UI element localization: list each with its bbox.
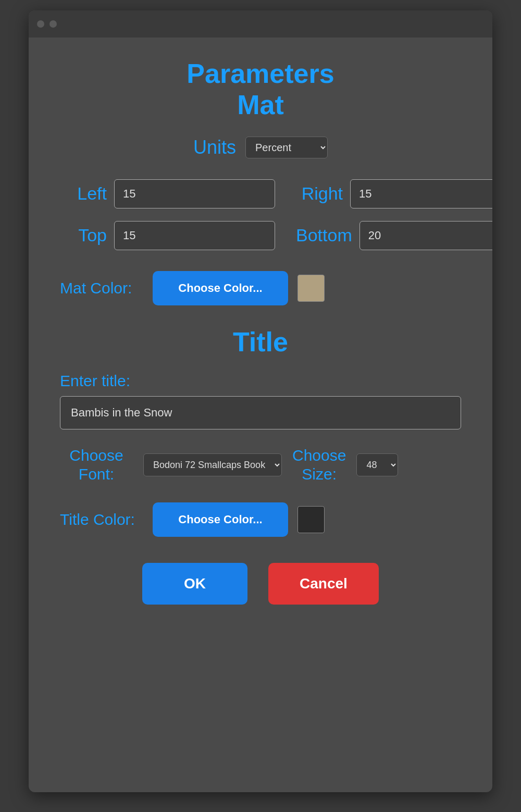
font-select[interactable]: Bodoni 72 Smallcaps Book Arial Times New… — [143, 453, 282, 476]
margin-grid: Left Right Top Bottom — [60, 179, 461, 250]
main-window: Parameters Mat Units Percent Inches Cent… — [29, 10, 492, 792]
titlebar — [29, 10, 492, 38]
left-field-row: Left — [60, 179, 275, 208]
choose-font-label: ChooseFont: — [60, 446, 133, 484]
title-color-swatch — [297, 506, 325, 533]
font-row: ChooseFont: Bodoni 72 Smallcaps Book Ari… — [60, 446, 461, 484]
bottom-field-row: Bottom — [296, 221, 492, 250]
close-button[interactable] — [37, 20, 44, 28]
right-input[interactable] — [350, 179, 492, 208]
bottom-input[interactable] — [359, 221, 492, 250]
mat-color-label: Mat Color: — [60, 279, 143, 297]
top-label: Top — [60, 225, 107, 245]
left-input[interactable] — [114, 179, 275, 208]
mat-color-row: Mat Color: Choose Color... — [60, 271, 461, 305]
choose-size-label: ChooseSize: — [292, 446, 346, 484]
mat-choose-color-button[interactable]: Choose Color... — [153, 271, 288, 305]
top-input[interactable] — [114, 221, 275, 250]
title-text-input[interactable] — [60, 396, 461, 429]
button-row: OK Cancel — [60, 563, 461, 605]
title-color-label: Title Color: — [60, 511, 143, 528]
title-choose-color-button[interactable]: Choose Color... — [153, 502, 288, 537]
page-title: Parameters Mat — [60, 58, 461, 121]
left-label: Left — [60, 183, 107, 204]
ok-button[interactable]: OK — [142, 563, 247, 605]
enter-title-label: Enter title: — [60, 372, 461, 390]
top-field-row: Top — [60, 221, 275, 250]
right-label: Right — [296, 183, 343, 204]
bottom-label: Bottom — [296, 225, 352, 245]
right-field-row: Right — [296, 179, 492, 208]
minimize-button[interactable] — [49, 20, 57, 28]
content-area: Parameters Mat Units Percent Inches Cent… — [29, 38, 492, 636]
units-row: Units Percent Inches Centimeters — [60, 137, 461, 158]
cancel-button[interactable]: Cancel — [268, 563, 379, 605]
title-color-row: Title Color: Choose Color... — [60, 502, 461, 537]
units-select[interactable]: Percent Inches Centimeters — [245, 137, 328, 158]
units-label: Units — [193, 137, 236, 158]
size-select[interactable]: 24 36 48 60 72 — [356, 453, 398, 476]
mat-color-swatch — [297, 275, 325, 302]
title-section-heading: Title — [60, 326, 461, 358]
